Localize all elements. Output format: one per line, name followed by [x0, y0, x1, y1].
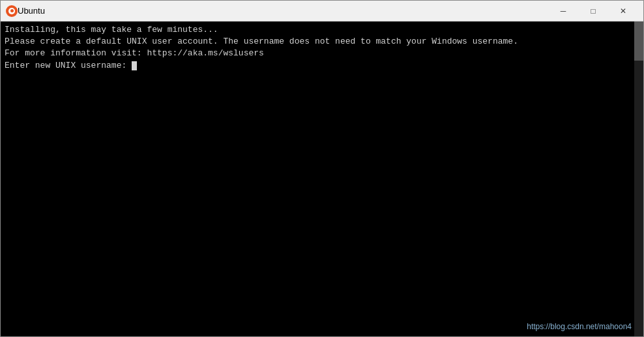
- close-button[interactable]: ✕: [608, 1, 638, 22]
- window-controls: ─ □ ✕: [548, 1, 638, 22]
- main-window: Ubuntu ─ □ ✕ Installing, this may take a…: [0, 0, 644, 337]
- terminal-line3: For more information visit: https://aka.…: [5, 48, 264, 58]
- terminal-body[interactable]: Installing, this may take a few minutes.…: [1, 22, 643, 336]
- scrollbar-thumb[interactable]: [634, 22, 643, 61]
- terminal-line4: Enter new UNIX username:: [5, 61, 132, 70]
- titlebar: Ubuntu ─ □ ✕: [1, 1, 643, 22]
- watermark: https://blog.csdn.net/mahoon4: [527, 322, 632, 331]
- scrollbar[interactable]: [634, 22, 643, 336]
- terminal-cursor: [132, 61, 137, 70]
- maximize-button[interactable]: □: [578, 1, 608, 22]
- terminal-line1: Installing, this may take a few minutes.…: [5, 25, 218, 35]
- window-title: Ubuntu: [18, 6, 548, 16]
- app-icon: [6, 5, 18, 17]
- terminal-output: Installing, this may take a few minutes.…: [5, 24, 639, 72]
- minimize-button[interactable]: ─: [548, 1, 578, 22]
- terminal-line2: Please create a default UNIX user accoun…: [5, 37, 518, 46]
